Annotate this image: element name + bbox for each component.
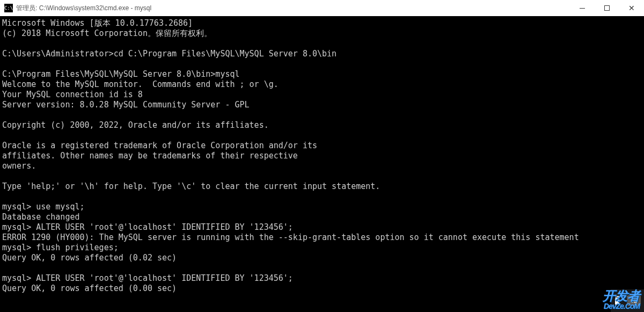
terminal-line: Welcome to the MySQL monitor. Commands e… — [2, 79, 279, 89]
minimize-icon — [580, 8, 585, 9]
terminal-line: Copyright (c) 2000, 2022, Oracle and/or … — [2, 120, 269, 130]
svg-rect-2 — [616, 297, 617, 298]
terminal-line: mysql> ALTER USER 'root'@'localhost' IDE… — [2, 222, 293, 232]
terminal-line: Query OK, 0 rows affected (0.02 sec) — [2, 253, 177, 263]
vm-tray-icon[interactable]: vm — [627, 295, 641, 306]
svg-rect-3 — [618, 297, 619, 298]
terminal-line: (c) 2018 Microsoft Corporation。保留所有权利。 — [2, 28, 212, 38]
terminal-line: Oracle is a registered trademark of Orac… — [2, 141, 317, 150]
terminal-line: mysql> ALTER USER 'root'@'localhost' IDE… — [2, 273, 293, 283]
minimize-button[interactable] — [570, 0, 595, 16]
window-controls: ✕ — [570, 0, 644, 16]
usb-tray-icon[interactable] — [611, 289, 624, 312]
terminal-line: owners. — [2, 161, 36, 171]
terminal-line: Your MySQL connection id is 8 — [2, 90, 143, 99]
terminal-line: mysql> flush privileges; — [2, 243, 119, 252]
terminal-line: mysql> use mysql; — [2, 202, 85, 212]
terminal-line: Microsoft Windows [版本 10.0.17763.2686] — [2, 18, 193, 28]
taskbar-tray: vm — [611, 289, 644, 312]
cmd-icon: C:\ — [4, 4, 13, 12]
svg-rect-0 — [616, 296, 619, 299]
svg-rect-1 — [615, 299, 619, 304]
terminal-line: Query OK, 0 rows affected (0.00 sec) — [2, 284, 177, 293]
close-button[interactable]: ✕ — [619, 0, 644, 16]
terminal-line: C:\Users\Administrator>cd C:\Program Fil… — [2, 49, 336, 59]
terminal-line: Database changed — [2, 212, 80, 222]
terminal-line: affiliates. Other names may be trademark… — [2, 151, 298, 161]
close-icon: ✕ — [628, 4, 635, 12]
terminal-line: Type 'help;' or '\h' for help. Type '\c'… — [2, 182, 380, 191]
maximize-button[interactable] — [595, 0, 619, 16]
terminal-line: C:\Program Files\MySQL\MySQL Server 8.0\… — [2, 69, 240, 79]
terminal-output[interactable]: Microsoft Windows [版本 10.0.17763.2686] (… — [0, 16, 644, 294]
maximize-icon — [604, 5, 610, 11]
terminal-line: ERROR 1290 (HY000): The MySQL server is … — [2, 233, 579, 242]
window-title: 管理员: C:\Windows\system32\cmd.exe - mysql — [16, 4, 570, 13]
window-titlebar: C:\ 管理员: C:\Windows\system32\cmd.exe - m… — [0, 0, 644, 16]
terminal-line: Server version: 8.0.28 MySQL Community S… — [2, 100, 250, 110]
usb-icon — [613, 296, 621, 306]
